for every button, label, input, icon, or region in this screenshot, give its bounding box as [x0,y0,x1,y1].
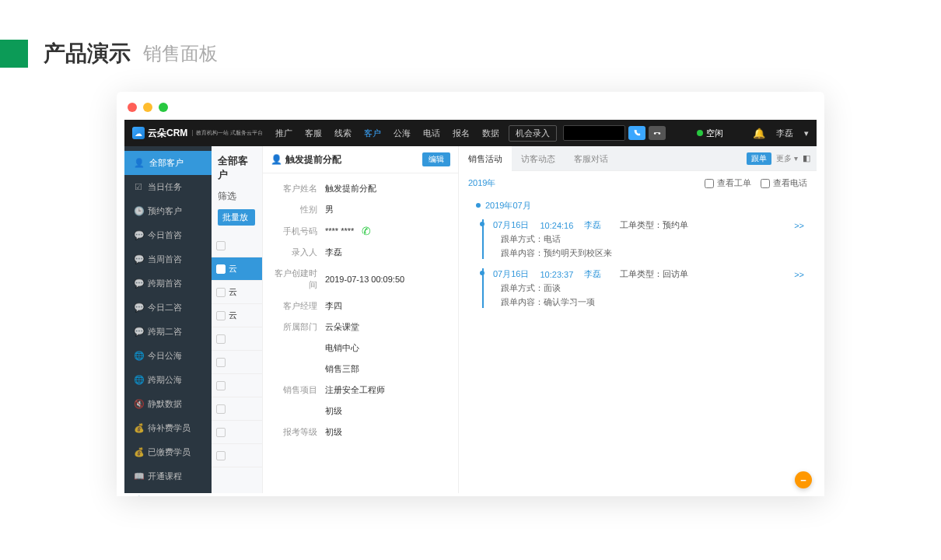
row-checkbox[interactable] [216,451,226,460]
customer-detail-pane: 👤 触发提前分配 编辑 客户姓名触发提前分配性别男手机号码**** ****✆录… [263,146,459,493]
field-label: 报考等级 [271,426,325,438]
list-row[interactable] [212,351,262,374]
sidebar: 👤 全部客户 ☑当日任务🕒预约客户💬今日首咨💬当周首咨💬跨期首咨💬今日二咨💬跨期… [124,146,212,493]
list-row[interactable]: 云 [212,304,262,327]
field-label: 销售项目 [271,384,325,396]
row-checkbox[interactable] [216,404,226,414]
tl-user: 李磊 [584,268,601,280]
bell-icon[interactable]: 🔔 [753,128,765,139]
more-dropdown[interactable]: 更多 ▾ [776,153,798,164]
row-checkbox[interactable] [216,264,226,274]
page-subtitle: 销售面板 [143,41,218,66]
topnav-item-2[interactable]: 线索 [330,124,356,142]
activity-controls: 跟单 更多 ▾ ◧ [747,152,817,165]
tl-user: 李磊 [584,219,601,231]
chevron-down-icon[interactable]: ▾ [804,128,809,138]
view-workorder-checkbox[interactable]: 查看工单 [705,177,751,189]
filter-label[interactable]: 筛选 [212,187,262,206]
maximize-window-icon[interactable] [159,103,168,112]
row-checkbox[interactable] [216,288,226,297]
edit-button[interactable]: 编辑 [422,152,450,166]
minimize-window-icon[interactable] [143,103,152,112]
activity-filters: 2019年 查看工单 查看电话 [459,171,817,195]
tl-content: 跟单内容：预约明天到校区来 [493,247,804,259]
list-row[interactable] [212,397,262,421]
list-row[interactable]: 云 [212,257,262,281]
hangup-button[interactable] [649,126,666,140]
page-header: 产品演示 销售面板 [0,0,941,92]
row-checkbox[interactable] [216,381,226,390]
activity-tab-2[interactable]: 客服对话 [565,146,617,171]
sidebar-item-icon: 🌐 [134,375,143,385]
followup-pill[interactable]: 跟单 [747,152,771,165]
activity-tab-0[interactable]: 销售活动 [459,146,512,171]
year-label[interactable]: 2019年 [468,177,495,189]
sidebar-item-2[interactable]: 💬今日首咨 [124,223,212,247]
sidebar-item-1[interactable]: 🕒预约客户 [124,199,212,223]
topnav-item-5[interactable]: 电话 [418,124,445,142]
close-window-icon[interactable] [128,103,137,112]
list-row[interactable] [212,234,262,257]
sidebar-item-label: 今日首咨 [148,229,182,241]
detail-field: 录入人李磊 [271,242,450,263]
detail-field: 销售三部 [271,359,450,380]
sidebar-item-10[interactable]: 💰待补费学员 [124,416,212,440]
detail-header: 👤 触发提前分配 编辑 [263,146,458,173]
sidebar-item-4[interactable]: 💬跨期首咨 [124,271,212,296]
tl-date: 07月16日 [493,268,529,280]
sidebar-item-label: 今日二咨 [148,302,182,313]
sidebar-item-0[interactable]: ☑当日任务 [124,175,212,199]
row-checkbox[interactable] [216,358,226,367]
sidebar-item-6[interactable]: 💬跨期二咨 [124,320,212,344]
list-row[interactable] [212,327,262,351]
list-row[interactable] [212,444,262,467]
list-row[interactable] [212,374,262,397]
row-checkbox[interactable] [216,428,226,437]
tl-content: 跟单内容：确认学习一项 [493,296,804,308]
topnav-item-1[interactable]: 客服 [300,124,327,142]
sidebar-item-5[interactable]: 💬今日二咨 [124,296,212,320]
field-label: 客户经理 [271,300,325,312]
sidebar-item-9[interactable]: 🔇静默数据 [124,392,212,416]
row-checkbox[interactable] [216,334,226,344]
list-row[interactable] [212,421,262,444]
logo-subtext: 教育机构一站 式服务云平台 [192,130,263,136]
timeline-item: 07月16日10:23:37李磊工单类型：回访单>>跟单方式：面谈跟单内容：确认… [482,268,804,308]
sidebar-item-icon: 💰 [134,423,143,433]
activity-tab-1[interactable]: 访客动态 [512,146,565,171]
topnav-item-3[interactable]: 客户 [359,124,386,142]
topnav-item-4[interactable]: 公海 [389,124,415,142]
opportunity-entry-button[interactable]: 机会录入 [509,125,557,142]
sidebar-item-12[interactable]: 📖开通课程 [124,464,212,488]
tl-date: 07月16日 [493,219,529,231]
current-user[interactable]: 李磊 [776,128,793,139]
tl-time: 10:24:16 [540,221,573,230]
sidebar-header[interactable]: 👤 全部客户 [124,151,212,175]
field-value: 触发提前分配 [325,183,376,194]
sidebar-item-7[interactable]: 🌐今日公海 [124,344,212,368]
row-checkbox[interactable] [216,311,226,320]
topnav-item-0[interactable]: 推广 [271,124,297,142]
call-button[interactable] [628,126,645,140]
collapse-fab[interactable]: − [795,471,812,488]
sidebar-item-label: 我的订单 [148,495,182,496]
topnav-item-7[interactable]: 数据 [477,124,504,142]
row-checkbox[interactable] [216,241,226,250]
sidebar-item-8[interactable]: 🌐跨期公海 [124,368,212,392]
sidebar-item-11[interactable]: 💰已缴费学员 [124,440,212,464]
expand-icon[interactable]: >> [794,270,804,279]
search-input[interactable] [563,125,625,141]
sidebar-item-label: 跨期公海 [148,374,182,386]
field-label: 录入人 [271,247,325,258]
expand-icon[interactable]: >> [794,221,804,230]
view-calls-checkbox[interactable]: 查看电话 [761,177,807,189]
list-row[interactable]: 云 [212,281,262,304]
sidebar-item-13[interactable]: 📋我的订单 [124,488,212,496]
panel-toggle-icon[interactable]: ◧ [803,153,810,163]
batch-button[interactable]: 批量放 [218,209,255,226]
phone-icon[interactable]: ✆ [362,225,371,237]
sidebar-item-icon: 💬 [134,303,143,313]
sidebar-item-3[interactable]: 💬当周首咨 [124,247,212,271]
topnav-item-6[interactable]: 报名 [448,124,474,142]
detail-field: 报考等级初级 [271,422,450,443]
